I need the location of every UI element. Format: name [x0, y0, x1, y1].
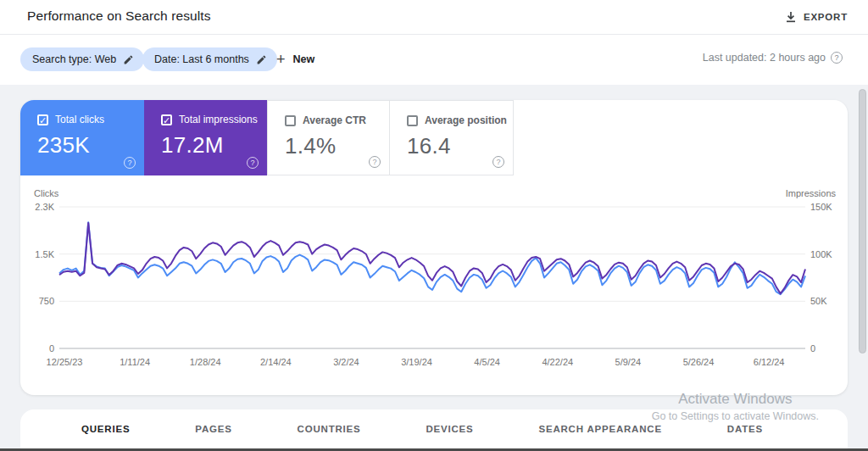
x-axis-tick: 1/28/24 — [190, 357, 221, 367]
left-axis-tick: 1.5K — [25, 249, 54, 259]
total-clicks-label: Total clicks — [55, 114, 104, 125]
average-ctr-checkbox[interactable] — [285, 115, 296, 126]
tab-devices[interactable]: DEVICES — [426, 424, 473, 434]
x-axis-tick: 5/9/24 — [615, 357, 642, 367]
tab-queries[interactable]: QUERIES — [81, 424, 130, 434]
metric-average-ctr[interactable]: Average CTR 1.4% ? — [267, 100, 390, 175]
x-axis-tick: 3/2/24 — [333, 357, 359, 367]
tab-dates[interactable]: DATES — [727, 424, 763, 434]
help-icon[interactable]: ? — [492, 156, 504, 168]
help-icon[interactable]: ? — [247, 157, 259, 169]
total-impressions-label: Total impressions — [179, 114, 258, 125]
right-axis-tick: 150K — [810, 202, 832, 212]
right-axis-tick: 50K — [810, 296, 827, 306]
filter-bar: Search type: Web Date: Last 6 months + N… — [0, 35, 868, 85]
x-axis-tick: 5/26/24 — [683, 357, 715, 367]
export-label: EXPORT — [804, 12, 848, 22]
search-type-filter-label: Search type: Web — [32, 53, 116, 65]
tab-pages[interactable]: PAGES — [195, 424, 231, 434]
search-type-filter-chip[interactable]: Search type: Web — [20, 47, 144, 71]
help-icon[interactable]: ? — [831, 52, 843, 64]
new-filter-button[interactable]: + New — [270, 47, 321, 71]
average-position-label: Average position — [425, 114, 507, 126]
new-filter-label: New — [293, 53, 315, 65]
page-title: Performance on Search results — [27, 8, 211, 24]
x-axis-tick: 4/5/24 — [474, 357, 500, 367]
download-icon — [785, 11, 797, 23]
tab-countries[interactable]: COUNTRIES — [298, 424, 361, 434]
x-axis-tick: 1/11/24 — [120, 357, 150, 367]
right-axis-tick: 0 — [810, 343, 815, 354]
date-filter-label: Date: Last 6 months — [154, 53, 249, 65]
total-clicks-value: 235K — [37, 132, 144, 159]
export-button[interactable]: EXPORT — [778, 5, 854, 29]
help-icon[interactable]: ? — [369, 156, 381, 168]
edit-pencil-icon — [123, 54, 134, 65]
left-axis-tick: 750 — [25, 296, 54, 306]
search-console-performance-page: Performance on Search results EXPORT Sea… — [0, 0, 868, 451]
edit-pencil-icon — [256, 54, 267, 65]
x-axis-tick: 12/25/23 — [47, 357, 83, 367]
x-axis-tick: 6/12/24 — [754, 357, 785, 367]
date-filter-chip[interactable]: Date: Last 6 months — [142, 47, 277, 71]
x-axis-tick: 3/19/24 — [401, 357, 432, 367]
x-axis-tick: 4/22/24 — [542, 357, 573, 367]
x-axis-tick: 2/14/24 — [260, 357, 292, 367]
tab-search-appearance[interactable]: SEARCH APPEARANCE — [538, 424, 661, 434]
metric-total-clicks[interactable]: ✓ Total clicks 235K ? — [20, 100, 144, 175]
left-axis-tick: 0 — [25, 343, 54, 354]
performance-card: ✓ Total clicks 235K ? ✓ Total impression… — [20, 100, 848, 395]
dimension-tabs-card: QUERIES PAGES COUNTRIES DEVICES SEARCH A… — [20, 409, 848, 448]
dimension-tabs: QUERIES PAGES COUNTRIES DEVICES SEARCH A… — [20, 409, 848, 434]
help-icon[interactable]: ? — [124, 157, 136, 169]
left-axis-tick: 2.3K — [25, 202, 54, 212]
last-updated-text: Last updated: 2 hours ago — [703, 52, 826, 64]
total-clicks-checkbox[interactable]: ✓ — [37, 114, 48, 125]
average-position-checkbox[interactable] — [407, 115, 418, 126]
average-ctr-label: Average CTR — [303, 114, 366, 126]
total-impressions-checkbox[interactable]: ✓ — [161, 114, 172, 125]
metric-average-position[interactable]: Average position 16.4 ? — [390, 100, 514, 175]
last-updated-status: Last updated: 2 hours ago ? — [703, 52, 843, 64]
total-impressions-value: 17.2M — [161, 132, 267, 159]
right-axis-tick: 100K — [810, 249, 832, 259]
plus-icon: + — [276, 52, 286, 67]
scrollbar-thumb[interactable] — [859, 89, 866, 354]
page-header: Performance on Search results EXPORT — [0, 0, 868, 35]
metric-total-impressions[interactable]: ✓ Total impressions 17.2M ? — [144, 100, 267, 175]
performance-chart[interactable] — [20, 193, 848, 363]
